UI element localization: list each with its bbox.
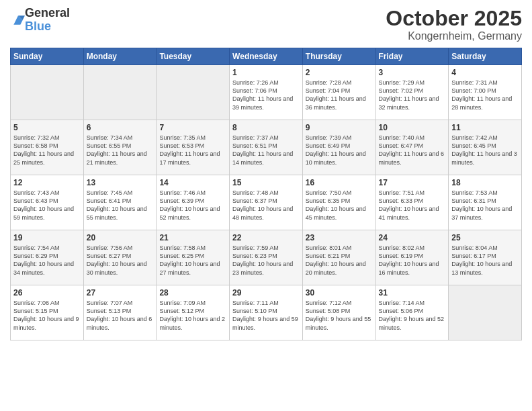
- day-number: 3: [379, 68, 446, 77]
- day-number: 1: [232, 68, 300, 77]
- cell-content: Sunrise: 7:14 AMSunset: 5:06 PMDaylight:…: [379, 299, 446, 332]
- day-number: 6: [87, 123, 154, 132]
- calendar-cell: 16Sunrise: 7:50 AMSunset: 6:35 PMDayligh…: [302, 175, 375, 230]
- day-number: 16: [306, 178, 373, 187]
- calendar-cell: 29Sunrise: 7:11 AMSunset: 5:10 PMDayligh…: [230, 285, 303, 340]
- day-number: 31: [379, 288, 446, 298]
- day-number: 23: [306, 233, 373, 242]
- cell-content: Sunrise: 7:32 AMSunset: 6:58 PMDaylight:…: [13, 134, 81, 167]
- logo-blue: Blue: [25, 20, 70, 34]
- day-number: 13: [87, 178, 154, 187]
- cell-content: Sunrise: 7:35 AMSunset: 6:53 PMDaylight:…: [159, 134, 226, 167]
- day-number: 4: [451, 68, 519, 77]
- day-number: 25: [451, 233, 519, 242]
- cell-content: Sunrise: 7:39 AMSunset: 6:49 PMDaylight:…: [306, 134, 373, 167]
- weekday-header-row: SundayMondayTuesdayWednesdayThursdayFrid…: [11, 48, 522, 65]
- day-number: 2: [306, 68, 373, 77]
- calendar-cell: [157, 65, 230, 120]
- cell-content: Sunrise: 7:07 AMSunset: 5:13 PMDaylight:…: [87, 299, 154, 332]
- calendar-cell: 31Sunrise: 7:14 AMSunset: 5:06 PMDayligh…: [375, 285, 449, 340]
- calendar-cell: 3Sunrise: 7:29 AMSunset: 7:02 PMDaylight…: [375, 65, 449, 120]
- logo-text: General Blue: [25, 7, 70, 34]
- day-number: 24: [379, 233, 446, 242]
- cell-content: Sunrise: 7:54 AMSunset: 6:29 PMDaylight:…: [13, 244, 81, 277]
- cell-content: Sunrise: 7:40 AMSunset: 6:47 PMDaylight:…: [379, 134, 446, 167]
- logo-general: General: [25, 7, 70, 20]
- cell-content: Sunrise: 7:45 AMSunset: 6:41 PMDaylight:…: [87, 189, 154, 222]
- cell-content: Sunrise: 8:02 AMSunset: 6:19 PMDaylight:…: [379, 244, 446, 277]
- day-number: 19: [13, 233, 81, 242]
- cell-content: Sunrise: 7:46 AMSunset: 6:39 PMDaylight:…: [159, 189, 226, 222]
- cell-content: Sunrise: 7:31 AMSunset: 7:00 PMDaylight:…: [451, 79, 519, 111]
- calendar-cell: 6Sunrise: 7:34 AMSunset: 6:55 PMDaylight…: [83, 120, 157, 175]
- calendar-cell: [449, 285, 522, 340]
- day-number: 26: [13, 288, 81, 298]
- day-number: 20: [87, 233, 154, 242]
- weekday-header-saturday: Saturday: [449, 48, 522, 65]
- calendar-cell: 7Sunrise: 7:35 AMSunset: 6:53 PMDaylight…: [157, 120, 230, 175]
- cell-content: Sunrise: 7:59 AMSunset: 6:23 PMDaylight:…: [232, 244, 300, 277]
- calendar-row: 5Sunrise: 7:32 AMSunset: 6:58 PMDaylight…: [11, 120, 522, 175]
- calendar-cell: 15Sunrise: 7:48 AMSunset: 6:37 PMDayligh…: [230, 175, 303, 230]
- cell-content: Sunrise: 7:06 AMSunset: 5:15 PMDaylight:…: [13, 299, 81, 332]
- cell-content: Sunrise: 8:04 AMSunset: 6:17 PMDaylight:…: [451, 244, 519, 277]
- page-header: General Blue October 2025 Kongernheim, G…: [10, 7, 522, 42]
- calendar-cell: 20Sunrise: 7:56 AMSunset: 6:27 PMDayligh…: [83, 230, 157, 285]
- calendar-cell: 30Sunrise: 7:12 AMSunset: 5:08 PMDayligh…: [302, 285, 375, 340]
- cell-content: Sunrise: 7:56 AMSunset: 6:27 PMDaylight:…: [87, 244, 154, 277]
- weekday-header-monday: Monday: [83, 48, 157, 65]
- day-number: 14: [159, 178, 226, 187]
- calendar-cell: 25Sunrise: 8:04 AMSunset: 6:17 PMDayligh…: [449, 230, 522, 285]
- cell-content: Sunrise: 7:28 AMSunset: 7:04 PMDaylight:…: [306, 79, 373, 111]
- day-number: 17: [379, 178, 446, 187]
- day-number: 7: [159, 123, 226, 132]
- cell-content: Sunrise: 7:11 AMSunset: 5:10 PMDaylight:…: [232, 299, 300, 332]
- calendar-cell: 11Sunrise: 7:42 AMSunset: 6:45 PMDayligh…: [449, 120, 522, 175]
- calendar-cell: 24Sunrise: 8:02 AMSunset: 6:19 PMDayligh…: [375, 230, 449, 285]
- calendar-cell: 8Sunrise: 7:37 AMSunset: 6:51 PMDaylight…: [230, 120, 303, 175]
- cell-content: Sunrise: 7:29 AMSunset: 7:02 PMDaylight:…: [379, 79, 446, 111]
- logo-icon: [11, 13, 25, 27]
- weekday-header-thursday: Thursday: [302, 48, 375, 65]
- calendar-cell: 22Sunrise: 7:59 AMSunset: 6:23 PMDayligh…: [230, 230, 303, 285]
- calendar-cell: 28Sunrise: 7:09 AMSunset: 5:12 PMDayligh…: [157, 285, 230, 340]
- day-number: 30: [306, 288, 373, 298]
- calendar-row: 1Sunrise: 7:26 AMSunset: 7:06 PMDaylight…: [11, 65, 522, 120]
- calendar-cell: [11, 65, 84, 120]
- calendar-cell: 2Sunrise: 7:28 AMSunset: 7:04 PMDaylight…: [302, 65, 375, 120]
- month-title: October 2025: [386, 7, 522, 30]
- cell-content: Sunrise: 8:01 AMSunset: 6:21 PMDaylight:…: [306, 244, 373, 277]
- cell-content: Sunrise: 7:51 AMSunset: 6:33 PMDaylight:…: [379, 189, 446, 222]
- calendar-cell: 9Sunrise: 7:39 AMSunset: 6:49 PMDaylight…: [302, 120, 375, 175]
- title-block: October 2025 Kongernheim, Germany: [386, 7, 522, 42]
- calendar-cell: 14Sunrise: 7:46 AMSunset: 6:39 PMDayligh…: [157, 175, 230, 230]
- calendar-cell: 19Sunrise: 7:54 AMSunset: 6:29 PMDayligh…: [11, 230, 84, 285]
- calendar-row: 26Sunrise: 7:06 AMSunset: 5:15 PMDayligh…: [11, 285, 522, 340]
- day-number: 5: [13, 123, 81, 132]
- day-number: 29: [232, 288, 300, 298]
- calendar-cell: 5Sunrise: 7:32 AMSunset: 6:58 PMDaylight…: [11, 120, 84, 175]
- cell-content: Sunrise: 7:53 AMSunset: 6:31 PMDaylight:…: [451, 189, 519, 222]
- calendar-cell: 26Sunrise: 7:06 AMSunset: 5:15 PMDayligh…: [11, 285, 84, 340]
- day-number: 22: [232, 233, 300, 242]
- day-number: 18: [451, 178, 519, 187]
- calendar-row: 12Sunrise: 7:43 AMSunset: 6:43 PMDayligh…: [11, 175, 522, 230]
- logo: General Blue: [10, 7, 70, 34]
- day-number: 15: [232, 178, 300, 187]
- calendar-cell: 12Sunrise: 7:43 AMSunset: 6:43 PMDayligh…: [11, 175, 84, 230]
- weekday-header-friday: Friday: [375, 48, 449, 65]
- day-number: 12: [13, 178, 81, 187]
- calendar-row: 19Sunrise: 7:54 AMSunset: 6:29 PMDayligh…: [11, 230, 522, 285]
- cell-content: Sunrise: 7:37 AMSunset: 6:51 PMDaylight:…: [232, 134, 300, 167]
- calendar-cell: 1Sunrise: 7:26 AMSunset: 7:06 PMDaylight…: [230, 65, 303, 120]
- cell-content: Sunrise: 7:50 AMSunset: 6:35 PMDaylight:…: [306, 189, 373, 222]
- day-number: 9: [306, 123, 373, 132]
- cell-content: Sunrise: 7:58 AMSunset: 6:25 PMDaylight:…: [159, 244, 226, 277]
- calendar-cell: 27Sunrise: 7:07 AMSunset: 5:13 PMDayligh…: [83, 285, 157, 340]
- cell-content: Sunrise: 7:34 AMSunset: 6:55 PMDaylight:…: [87, 134, 154, 167]
- day-number: 11: [451, 123, 519, 132]
- day-number: 21: [159, 233, 226, 242]
- day-number: 28: [159, 288, 226, 298]
- day-number: 10: [379, 123, 446, 132]
- weekday-header-wednesday: Wednesday: [230, 48, 303, 65]
